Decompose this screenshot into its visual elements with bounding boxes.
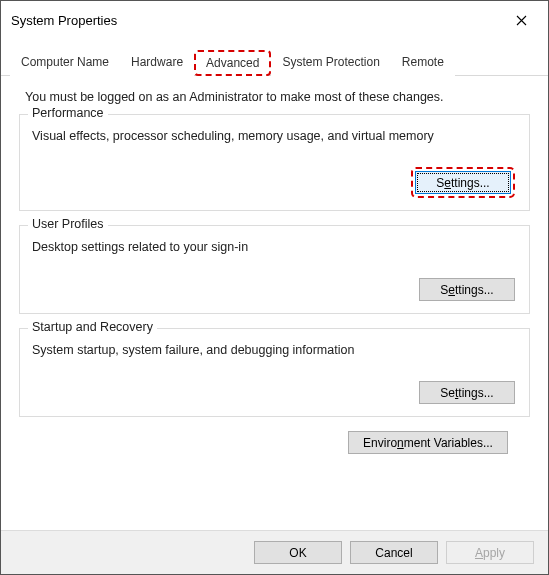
group-startup-recovery-desc: System startup, system failure, and debu… [30, 343, 519, 357]
group-user-profiles-label: User Profiles [28, 217, 108, 231]
intro-text: You must be logged on as an Administrato… [19, 90, 530, 104]
cancel-button[interactable]: Cancel [350, 541, 438, 564]
dialog-footer: OK Cancel Apply [1, 530, 548, 574]
group-performance: Performance Visual effects, processor sc… [19, 114, 530, 211]
tab-system-protection[interactable]: System Protection [271, 50, 390, 76]
highlight-performance-settings: Settings... [411, 167, 515, 198]
user-profiles-settings-button[interactable]: Settings... [419, 278, 515, 301]
group-performance-label: Performance [28, 106, 108, 120]
tab-content: You must be logged on as an Administrato… [1, 76, 548, 466]
apply-button: Apply [446, 541, 534, 564]
group-startup-recovery: Startup and Recovery System startup, sys… [19, 328, 530, 417]
titlebar: System Properties [1, 1, 548, 39]
group-performance-desc: Visual effects, processor scheduling, me… [30, 129, 519, 143]
tab-hardware[interactable]: Hardware [120, 50, 194, 76]
ok-button[interactable]: OK [254, 541, 342, 564]
close-button[interactable] [506, 9, 536, 31]
tab-remote[interactable]: Remote [391, 50, 455, 76]
tab-advanced[interactable]: Advanced [194, 50, 271, 76]
tab-computer-name[interactable]: Computer Name [10, 50, 120, 76]
startup-recovery-settings-button[interactable]: Settings... [419, 381, 515, 404]
window-title: System Properties [11, 13, 117, 28]
performance-settings-button[interactable]: Settings... [415, 171, 511, 194]
environment-variables-button[interactable]: Environment Variables... [348, 431, 508, 454]
group-startup-recovery-label: Startup and Recovery [28, 320, 157, 334]
tabs: Computer Name Hardware Advanced System P… [1, 49, 548, 76]
group-user-profiles-desc: Desktop settings related to your sign-in [30, 240, 519, 254]
group-user-profiles: User Profiles Desktop settings related t… [19, 225, 530, 314]
close-icon [516, 15, 527, 26]
